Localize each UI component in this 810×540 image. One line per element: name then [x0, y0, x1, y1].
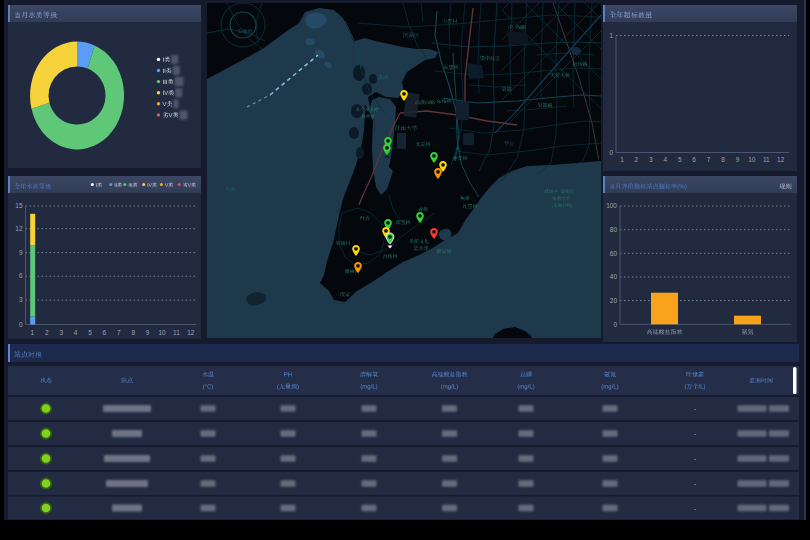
svg-text:3: 3	[59, 329, 63, 336]
svg-text:12: 12	[15, 225, 23, 232]
svg-text:6: 6	[103, 329, 107, 336]
svg-text:5: 5	[678, 156, 682, 163]
svg-text:1: 1	[31, 329, 35, 336]
svg-text:9: 9	[19, 249, 23, 256]
svg-text:5: 5	[88, 329, 92, 336]
svg-text:12: 12	[777, 156, 785, 163]
svg-text:6: 6	[19, 272, 23, 279]
svg-text:2: 2	[45, 329, 49, 336]
svg-text:12: 12	[187, 329, 195, 336]
svg-text:11: 11	[763, 156, 770, 163]
svg-text:40: 40	[610, 273, 618, 280]
svg-text:10: 10	[748, 156, 756, 163]
svg-text:60: 60	[610, 250, 618, 257]
svg-text:9: 9	[146, 329, 150, 336]
svg-text:15: 15	[15, 202, 23, 209]
svg-text:3: 3	[19, 296, 23, 303]
svg-text:7: 7	[117, 329, 121, 336]
svg-text:7: 7	[707, 156, 711, 163]
svg-text:100: 100	[606, 202, 617, 209]
svg-text:1: 1	[620, 156, 624, 163]
svg-text:8: 8	[721, 156, 725, 163]
svg-text:6: 6	[692, 156, 696, 163]
svg-text:20: 20	[610, 297, 618, 304]
svg-text:0: 0	[19, 321, 23, 328]
svg-text:11: 11	[173, 329, 180, 336]
svg-text:10: 10	[158, 329, 166, 336]
svg-text:0: 0	[609, 149, 613, 156]
svg-text:3: 3	[649, 156, 653, 163]
svg-text:2: 2	[635, 156, 639, 163]
svg-text:8: 8	[131, 329, 135, 336]
svg-text:4: 4	[663, 156, 667, 163]
svg-text:9: 9	[736, 156, 740, 163]
svg-text:0: 0	[613, 321, 617, 328]
svg-text:80: 80	[610, 226, 618, 233]
svg-text:4: 4	[74, 329, 78, 336]
svg-text:1: 1	[609, 32, 613, 39]
